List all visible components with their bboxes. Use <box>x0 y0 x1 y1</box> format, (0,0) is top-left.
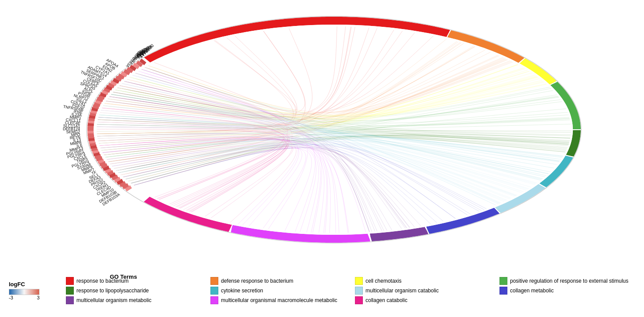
legend-item-label: collagen metabolic <box>510 288 554 294</box>
legend-color-box <box>355 277 363 285</box>
legend-item-label: defense response to bacterium <box>221 278 293 284</box>
legend-item-label: multicellular organism catabolic <box>365 288 439 294</box>
legend-item-label: multicellular organismal macromolecule m… <box>221 297 337 303</box>
go-terms-label: GO Terms <box>110 273 137 280</box>
legend-item-label: positive regulation of response to exter… <box>510 278 628 284</box>
legend-item-label: collagen catabolic <box>365 297 407 303</box>
legend-item: multicellular organismal macromolecule m… <box>210 296 346 304</box>
legend-item: collagen catabolic <box>355 296 491 304</box>
legend-color-box <box>355 287 363 295</box>
legend-color-box <box>210 277 218 285</box>
logfc-title: logFC <box>9 281 25 288</box>
legend-color-box <box>210 296 218 304</box>
legend-area: logFC -3 3 GO Terms response to bacteriu… <box>0 264 644 317</box>
logfc-min: -3 <box>9 295 13 300</box>
logfc-max: 3 <box>37 295 40 300</box>
legend-grid: response to bacteriumdefense response to… <box>66 277 635 304</box>
main-container: logFC -3 3 GO Terms response to bacteriu… <box>0 0 644 317</box>
logfc-gradient <box>9 289 40 295</box>
legend-item: cytokine secretion <box>210 287 346 295</box>
legend-color-box <box>499 287 507 295</box>
chord-canvas <box>0 0 644 264</box>
chart-area <box>0 0 644 264</box>
legend-item: multicellular organism catabolic <box>355 287 491 295</box>
legend-item: defense response to bacterium <box>210 277 346 285</box>
legend-item: cell chemotaxis <box>355 277 491 285</box>
legend-color-box <box>355 296 363 304</box>
logfc-legend: logFC -3 3 <box>9 281 48 300</box>
legend-color-box <box>66 287 74 295</box>
legend-color-box <box>499 277 507 285</box>
legend-item: multicellular organism metabolic <box>66 296 202 304</box>
legend-item: positive regulation of response to exter… <box>499 277 635 285</box>
legend-item-label: cell chemotaxis <box>365 278 402 284</box>
legend-item-label: response to lipopolysaccharide <box>76 288 149 294</box>
legend-item-label: cytokine secretion <box>221 288 263 294</box>
legend-item: response to lipopolysaccharide <box>66 287 202 295</box>
legend-color-box <box>66 277 74 285</box>
legend-item: collagen metabolic <box>499 287 635 295</box>
legend-color-box <box>66 296 74 304</box>
legend-color-box <box>210 287 218 295</box>
legend-item-label: multicellular organism metabolic <box>76 297 152 303</box>
logfc-scale: -3 3 <box>9 295 40 300</box>
